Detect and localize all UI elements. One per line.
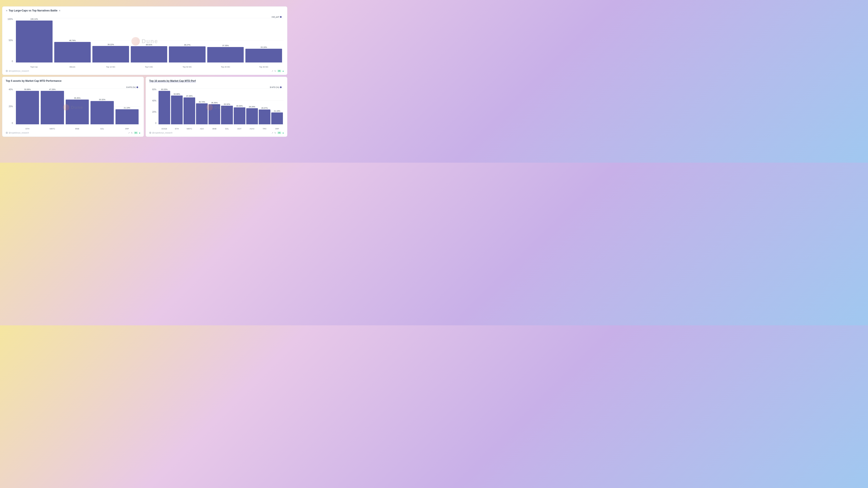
top-chart-author-icon — [6, 70, 8, 72]
bar-group-bnb: 35.35% — [66, 88, 89, 124]
bar-rect-DOGE — [158, 91, 170, 124]
top-chart-title: Top Large-Caps vs Top Narratives Battle — [9, 9, 57, 12]
x-label-XRP: XRP — [116, 128, 138, 130]
top-chart-area: 100% 50% 0 106.14%48.74%39.22%38.91%38.2… — [6, 14, 284, 69]
bar-value-ADA: 36.74% — [199, 101, 205, 103]
bottom-left-title-row: Top 5 assets by Market Cap MTD Performan… — [6, 79, 140, 83]
br-y-label-0: 0 — [155, 122, 156, 124]
bar-group-bitcoin: 48.74% — [54, 18, 91, 63]
bar-group-top3-nar.: 106.14% — [16, 18, 53, 63]
bottom-left-legend: $ MTD (%) — [126, 86, 138, 88]
bar-group-eth: 50.88% — [16, 88, 39, 124]
bar-rect-ETH — [16, 91, 39, 124]
y-label-50: 50% — [9, 39, 13, 41]
bl-legend-dot — [136, 87, 138, 88]
bottom-right-chart-area: 60% 40% 20% 0 63.33%50.88%47.26%36.74%35… — [149, 84, 284, 131]
bottom-row: Top 5 assets by Market Cap MTD Performan… — [2, 77, 287, 137]
bottom-left-chart-area: 40% 20% 0 50.88%47.26%35.35%33.32%21.19%… — [6, 84, 140, 131]
top-chart-y-axis: 100% 50% 0 — [6, 18, 14, 63]
bar-group-sol: 33.32% — [221, 88, 233, 124]
bar-rect-TRX — [259, 109, 270, 124]
top-chart-legend-label: mtd_perf — [272, 16, 279, 18]
x-label-Top 50 MC: Top 50 MC — [169, 66, 206, 68]
bar-value-Top 5 MC: 38.91% — [146, 44, 152, 46]
bar-group-avax: 28.29% — [246, 88, 258, 124]
bar-group-top-5-mc: 38.91% — [131, 18, 167, 63]
bar-value-DOGE: 63.33% — [161, 88, 167, 91]
bar-rect-ETH — [171, 96, 183, 124]
br-dot-icon: ● — [282, 132, 284, 134]
bar-rect-ADA — [196, 103, 208, 124]
dashboard: ✕ Top Large-Caps vs Top Narratives Battl… — [2, 6, 287, 137]
bar-rect-BNB — [209, 104, 220, 124]
bar-value-BNB: 35.35% — [74, 97, 81, 99]
x-label-ETH: ETH — [171, 128, 183, 130]
bl-author: @cryptokoryo_research — [9, 132, 29, 134]
bar-group-wbtc: 47.26% — [184, 88, 195, 124]
bar-value-Top 30 MC: 33.18% — [260, 46, 267, 48]
bar-value-XRP: 21.19% — [124, 107, 130, 109]
bar-group-top-50-mc: 38.27% — [169, 18, 206, 63]
top-chart-refresh-icon[interactable]: ↻ — [274, 70, 276, 72]
top-chart-footer: @cryptokoryo_research ↗ ↻ 8h ● — [6, 70, 284, 72]
bar-value-WBTC: 47.26% — [186, 95, 193, 97]
br-refresh-icon[interactable]: ↻ — [274, 132, 276, 134]
bar-value-Top 50 MC: 38.27% — [184, 44, 190, 46]
bar-rect-SOL — [221, 106, 233, 124]
bar-rect-Top 50 MC — [169, 46, 206, 63]
x-label-Top 5 MC: Top 5 MC — [131, 66, 167, 68]
bar-rect-Bitcoin — [54, 42, 91, 63]
br-author-icon — [149, 132, 151, 134]
top-chart-card: ✕ Top Large-Caps vs Top Narratives Battl… — [2, 6, 287, 75]
bar-rect-AVAX — [246, 108, 258, 125]
x-label-DOGE: DOGE — [158, 128, 170, 130]
bar-group-xrp: 21.19% — [271, 88, 283, 124]
br-share-icon[interactable]: ↗ — [272, 132, 273, 134]
bottom-left-y-axis: 40% 20% 0 — [6, 88, 14, 124]
top-chart-footer-left: @cryptokoryo_research — [6, 70, 29, 72]
bar-group-dot: 30.04% — [234, 88, 245, 124]
bar-rect-SOL — [91, 101, 114, 125]
top-chart-share-icon[interactable]: ↗ — [272, 70, 273, 72]
bar-rect-Top 30 MC — [245, 49, 282, 63]
x-label-Bitcoin: Bitcoin — [54, 66, 91, 68]
bar-group-top-10-mc: 39.22% — [92, 18, 129, 63]
bottom-right-card: Top 10 assets by Market Cap MTD Perf 60%… — [146, 77, 287, 137]
x-label-ETH: ETH — [16, 128, 39, 130]
bar-group-doge: 63.33% — [158, 88, 170, 124]
y-label-100: 100% — [7, 18, 13, 20]
top-chart-close-right-icon[interactable]: ✕ — [59, 9, 60, 12]
x-label-XRP: XRP — [271, 128, 283, 130]
bar-value-Bitcoin: 48.74% — [69, 39, 76, 41]
bar-value-WBTC: 47.26% — [49, 88, 56, 91]
bar-group-top-30-mc: 33.18% — [245, 18, 282, 63]
bar-value-SOL: 33.32% — [224, 103, 230, 105]
bar-rect-Top 20 MC — [207, 47, 244, 63]
bar-value-SOL: 33.32% — [99, 98, 105, 101]
bottom-right-footer: @cryptokoryo_research ↗ ↻ 5h ● — [149, 132, 284, 134]
x-label-SOL: SOL — [91, 128, 114, 130]
top-chart-title-row: ✕ Top Large-Caps vs Top Narratives Battl… — [6, 9, 284, 12]
bar-group-top-20-mc: 37.35% — [207, 18, 244, 63]
x-label-TRX: TRX — [259, 128, 270, 130]
bar-rect-Top 10 MC — [92, 46, 129, 63]
top-chart-badge: 8h — [277, 70, 281, 72]
top-chart-author: @cryptokoryo_research — [9, 70, 29, 72]
top-chart-bars: 106.14%48.74%39.22%38.91%38.27%37.35%33.… — [14, 18, 284, 63]
bottom-right-title-row: Top 10 assets by Market Cap MTD Perf — [149, 79, 284, 83]
top-chart-close-left-icon[interactable]: ✕ — [6, 9, 7, 12]
x-label-Top 20 MC: Top 20 MC — [207, 66, 244, 68]
top-chart-legend-dot — [280, 16, 282, 18]
bl-y-label-20: 20% — [9, 105, 13, 107]
bottom-left-card: Top 5 assets by Market Cap MTD Performan… — [2, 77, 144, 137]
bl-y-label-40: 40% — [9, 88, 13, 91]
bar-rect-XRP — [116, 109, 138, 124]
x-label-BNB: BNB — [209, 128, 220, 130]
bottom-right-legend: $ MTD (%) — [270, 86, 282, 88]
br-footer-left: @cryptokoryo_research — [149, 132, 173, 134]
top-chart-legend: mtd_perf — [272, 16, 282, 18]
x-label-AVAX: AVAX — [246, 128, 258, 130]
br-badge: 5h — [277, 132, 281, 134]
bl-share-icon[interactable]: ↗ — [128, 132, 130, 134]
bl-refresh-icon[interactable]: ↻ — [131, 132, 133, 134]
